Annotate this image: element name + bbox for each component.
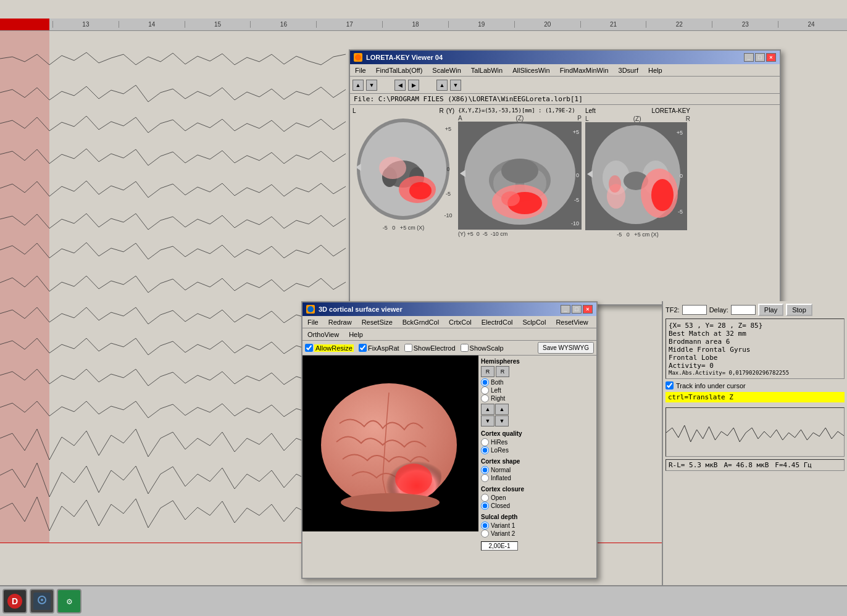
loreta-close-btn[interactable]: × [766, 53, 776, 62]
variant1-option[interactable]: Variant 1 [481, 522, 590, 530]
taskbar[interactable]: D ⚙ [0, 585, 847, 616]
surface-maximize-btn[interactable]: □ [572, 305, 582, 314]
svg-text:D: D [12, 596, 18, 606]
hires-option[interactable]: HiRes [481, 438, 590, 446]
svg-text:-5: -5 [446, 191, 451, 197]
brain-views-row: L R (Y) +5 0 -5 [350, 105, 780, 240]
sv-menu-item[interactable]: ResetSize [359, 318, 395, 327]
svg-text:0: 0 [446, 166, 449, 172]
loreta-menu-item[interactable]: Help [646, 66, 665, 75]
loreta-menu-item[interactable]: ScaleWin [430, 66, 463, 75]
activity-line: Activity= 0 [669, 362, 841, 370]
sulcal-value-display[interactable]: 2,00E-1 [481, 541, 518, 551]
surface-close-btn[interactable]: × [583, 305, 593, 314]
sv-menu-item2[interactable]: OrthoView [305, 330, 341, 339]
sv-menu-item[interactable]: ElectrdCol [479, 318, 515, 327]
nav-right-btn[interactable]: ▶ [408, 80, 419, 91]
hemispheres-group: Hemispheres R R Both Left Right [481, 358, 590, 427]
open-option[interactable]: Open [481, 494, 590, 502]
tf-input[interactable]: 2 [682, 305, 707, 315]
closed-label: Closed [491, 502, 510, 509]
show-electrod-label: ShowElectrod [414, 344, 456, 352]
sv-menu-item[interactable]: CrtxCol [446, 318, 474, 327]
3d-brain-svg [302, 356, 478, 531]
surface-win-controls[interactable]: _ □ × [561, 305, 593, 314]
nav-arr-up[interactable]: ▲ [481, 404, 494, 415]
sv-menu-item[interactable]: Redraw [326, 318, 354, 327]
track-info-label: Track info under cursor [676, 382, 746, 389]
ruler-tick: 16 [250, 21, 316, 28]
hemi-right-label: Right [491, 395, 505, 402]
nav-down2-btn[interactable]: ▼ [450, 80, 461, 91]
taskbar-icon-1[interactable]: D [2, 589, 27, 614]
svg-point-53 [41, 599, 43, 601]
fix-asp-rat-checkbox[interactable]: FixAspRat [359, 344, 399, 352]
loreta-titlebar[interactable]: LORETA-KEY Viewer 04 _ □ × [350, 51, 780, 64]
surface-main: Hemispheres R R Both Left Right [302, 356, 596, 553]
hemi-right-option[interactable]: Right [481, 394, 590, 402]
normal-option[interactable]: Normal [481, 466, 590, 474]
inflated-option[interactable]: Inflated [481, 474, 590, 482]
normal-label: Normal [491, 467, 511, 473]
loreta-menu-item[interactable]: FindTalLab(Off) [373, 66, 425, 75]
loreta-menu-item[interactable]: File [353, 66, 369, 75]
nav-arr-up2[interactable]: ▲ [495, 404, 509, 415]
hemi-left-option[interactable]: Left [481, 386, 590, 394]
variant2-option[interactable]: Variant 2 [481, 530, 590, 538]
lores-option[interactable]: LoRes [481, 446, 590, 454]
svg-point-39 [609, 175, 621, 193]
info-box: {X= 53 , Y= 28 , Z= 85} Best Match at 32… [666, 318, 845, 379]
loreta-menu-item[interactable]: FindMaxMinWin [557, 66, 611, 75]
sv-menu-item[interactable]: SclpCol [520, 318, 549, 327]
nav-down-btn[interactable]: ▼ [366, 80, 377, 91]
variant1-label: Variant 1 [491, 522, 515, 529]
ruler-tick: 21 [580, 21, 646, 28]
tf-row: TF2: 2 Delay: 0 Play Stop [666, 304, 845, 316]
hemi-nav[interactable]: ▲ ▲ ▼ ▼ [481, 404, 590, 427]
surface-minimize-btn[interactable]: _ [561, 305, 570, 314]
sv-menu-item[interactable]: ResetView [553, 318, 590, 327]
nav-up2-btn[interactable]: ▲ [436, 80, 448, 91]
loreta-menu-item[interactable]: TalLabWin [469, 66, 505, 75]
loreta-toolbar[interactable]: ▲ ▼ ◀ ▶ ▲ ▼ [350, 77, 780, 94]
coronal-y-scale: (Y) +5 0 -5 -10 cm [458, 231, 582, 237]
loreta-menu-item[interactable]: 3Dsurf [616, 66, 641, 75]
hemi-both-option[interactable]: Both [481, 378, 590, 386]
show-electrod-checkbox[interactable]: ShowElectrod [404, 344, 456, 352]
show-scalp-checkbox[interactable]: ShowScalp [461, 344, 504, 352]
cortex-shape-group: Cortex shape Normal Inflated [481, 458, 590, 482]
stop-btn[interactable]: Stop [786, 304, 812, 316]
svg-point-3 [355, 54, 361, 60]
hemi-left-label: Left [491, 387, 501, 394]
track-info-checkbox[interactable] [666, 381, 674, 389]
delay-input[interactable]: 0 [731, 305, 756, 315]
loreta-win-controls[interactable]: _ □ × [744, 53, 776, 62]
sv-menu-item[interactable]: File [305, 318, 321, 327]
nav-arr-dn2[interactable]: ▼ [495, 415, 509, 427]
loreta-menu-item[interactable]: AllSlicesWin [510, 66, 553, 75]
ruler-red-section [0, 19, 49, 30]
hemi-r-btn-2[interactable]: R [496, 366, 509, 377]
taskbar-icon-2[interactable] [30, 589, 54, 614]
play-btn[interactable]: Play [758, 304, 783, 316]
sv-menu-item2[interactable]: Help [346, 330, 365, 339]
ruler-tick: 20 [514, 21, 580, 28]
surface-titlebar[interactable]: 3D cortical surface viewer _ □ × [302, 302, 596, 316]
loreta-minimize-btn[interactable]: _ [744, 53, 754, 62]
nav-left-btn[interactable]: ◀ [394, 80, 406, 91]
allow-resize-checkbox[interactable]: AllowResize [305, 344, 354, 352]
ruler-tick: 17 [316, 21, 382, 28]
loreta-maximize-btn[interactable]: □ [755, 53, 765, 62]
ruler-tick: 22 [646, 21, 712, 28]
taskbar-icon-3[interactable]: ⚙ [57, 589, 81, 614]
nav-up-btn[interactable]: ▲ [353, 80, 364, 91]
save-wysiwyg-btn[interactable]: Save WYSIWYG [538, 342, 594, 354]
closed-option[interactable]: Closed [481, 502, 590, 510]
nav-arr-dn[interactable]: ▼ [481, 415, 494, 427]
surface-toolbar[interactable]: AllowResize FixAspRat ShowElectrod ShowS… [302, 341, 596, 356]
sv-menu-item[interactable]: BckGrndCol [400, 318, 441, 327]
coronal-p-label: P [577, 115, 582, 122]
hemi-r-btn-1[interactable]: R [481, 366, 494, 377]
track-info-row[interactable]: Track info under cursor [666, 381, 845, 389]
show-scalp-label: ShowScalp [470, 344, 504, 352]
